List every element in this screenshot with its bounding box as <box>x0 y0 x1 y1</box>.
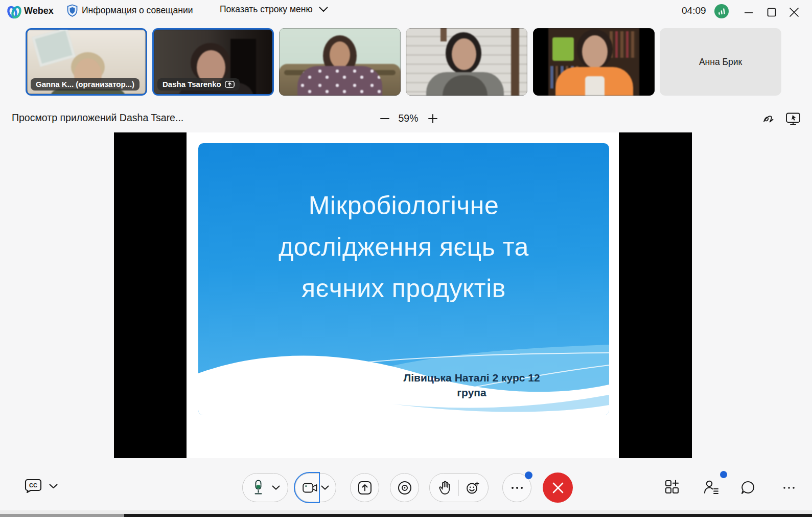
camera-icon <box>303 482 318 493</box>
slide-author: Лівицька Наталі 2 курс 12 група <box>387 370 556 400</box>
remote-control-button[interactable] <box>785 111 801 126</box>
screen-cursor-icon <box>785 112 801 126</box>
participant-tile-5[interactable] <box>533 28 655 96</box>
add-reaction-icon[interactable] <box>466 481 479 494</box>
participants-button[interactable] <box>699 475 724 499</box>
signal-bars-icon <box>717 8 726 15</box>
close-button[interactable] <box>785 4 803 20</box>
participant-video <box>533 28 655 96</box>
participant-tile-3[interactable] <box>279 28 401 96</box>
maximize-icon <box>767 7 777 17</box>
chat-bubble-icon <box>740 480 756 496</box>
app-title: Webex <box>24 6 54 16</box>
chevron-down-icon <box>321 485 329 490</box>
show-menu-bar-button[interactable]: Показать строку меню <box>220 4 328 15</box>
chat-button[interactable] <box>736 476 760 500</box>
participant-tile-4[interactable] <box>406 28 527 96</box>
participant-name-badge: Dasha Tsarenko <box>157 78 240 91</box>
zoom-level: 59% <box>392 113 424 124</box>
meeting-info-button[interactable]: Информация о совещании <box>67 4 193 17</box>
minimize-icon <box>744 7 754 17</box>
participant-tile-ganna[interactable]: Ganna K... (организатор...) <box>26 28 147 96</box>
participant-tile-anna[interactable]: Анна Брик <box>660 28 781 96</box>
chevron-down-icon <box>49 484 58 489</box>
participant-name: Анна Брик <box>699 57 742 68</box>
chevron-down-icon <box>319 7 328 12</box>
zoom-in-button[interactable] <box>425 111 440 126</box>
participant-video <box>406 28 527 96</box>
raise-hand-icon[interactable] <box>438 480 451 495</box>
share-screen-button[interactable] <box>350 473 379 502</box>
more-options-notification-dot <box>525 471 532 479</box>
zoom-out-button[interactable] <box>377 111 392 126</box>
participants-notification-dot <box>720 471 727 478</box>
participant-name: Dasha Tsarenko <box>163 80 221 88</box>
annotate-pen-icon <box>762 112 776 125</box>
reactions-control[interactable] <box>429 473 489 502</box>
chevron-down-icon <box>272 485 280 490</box>
scrollbar-thumb[interactable] <box>0 514 124 517</box>
participant-name-badge: Ganna K... (организатор...) <box>31 78 140 91</box>
record-button[interactable] <box>390 473 419 502</box>
divider <box>458 480 459 496</box>
closed-captions-icon: CC <box>25 479 42 494</box>
close-icon <box>789 7 799 17</box>
x-icon <box>552 482 564 494</box>
microphone-icon <box>252 480 264 496</box>
ellipsis-icon <box>511 486 524 490</box>
clock: 04:09 <box>682 5 706 16</box>
shield-icon <box>67 4 78 17</box>
scrollbar-dark-strip <box>124 514 812 517</box>
participants-icon <box>703 479 720 495</box>
screen-sharing-badge-icon <box>225 81 235 88</box>
share-icon <box>358 481 372 495</box>
apps-button[interactable] <box>660 475 684 499</box>
plus-icon <box>428 114 438 124</box>
meeting-info-label: Информация о совещании <box>82 5 193 16</box>
show-menu-label: Показать строку меню <box>220 4 313 15</box>
horizontal-scrollbar[interactable] <box>0 510 812 514</box>
minimize-button[interactable] <box>740 4 757 20</box>
connection-quality-indicator[interactable] <box>714 4 729 18</box>
maximize-button[interactable] <box>763 4 780 20</box>
letterbox-right <box>619 132 692 458</box>
captions-control[interactable]: CC <box>25 479 58 494</box>
slide-title: Мікробіологічне дослідження яєць та яєчн… <box>198 185 609 309</box>
mute-button[interactable] <box>242 473 288 502</box>
leave-meeting-button[interactable] <box>543 473 573 503</box>
more-controls-button[interactable] <box>778 478 800 498</box>
minus-icon <box>380 114 390 124</box>
camera-button[interactable] <box>295 473 336 502</box>
letterbox-left <box>114 132 187 458</box>
cc-label: CC <box>29 482 37 488</box>
title-bar: Webex Информация о совещании Показать ст… <box>0 0 812 25</box>
presentation-slide: Мікробіологічне дослідження яєць та яєчн… <box>198 143 609 415</box>
participant-tile-dasha[interactable]: Dasha Tsarenko <box>152 28 274 96</box>
webex-logo-icon <box>7 5 22 19</box>
record-icon <box>398 481 412 495</box>
apps-grid-icon <box>664 479 680 494</box>
participant-video <box>279 28 401 96</box>
presentation-canvas: Мікробіологічне дослідження яєць та яєчн… <box>187 132 619 458</box>
participant-name: Ganna K... (организатор...) <box>36 80 134 88</box>
shared-app-title: Просмотр приложений Dasha Tsare... <box>12 112 183 124</box>
share-header: Просмотр приложений Dasha Tsare... 59% <box>0 105 812 132</box>
ellipsis-icon <box>783 486 795 489</box>
annotate-button[interactable] <box>761 111 777 126</box>
shared-screen-area: Мікробіологічне дослідження яєць та яєчн… <box>0 132 812 458</box>
star-blanket <box>297 66 382 96</box>
